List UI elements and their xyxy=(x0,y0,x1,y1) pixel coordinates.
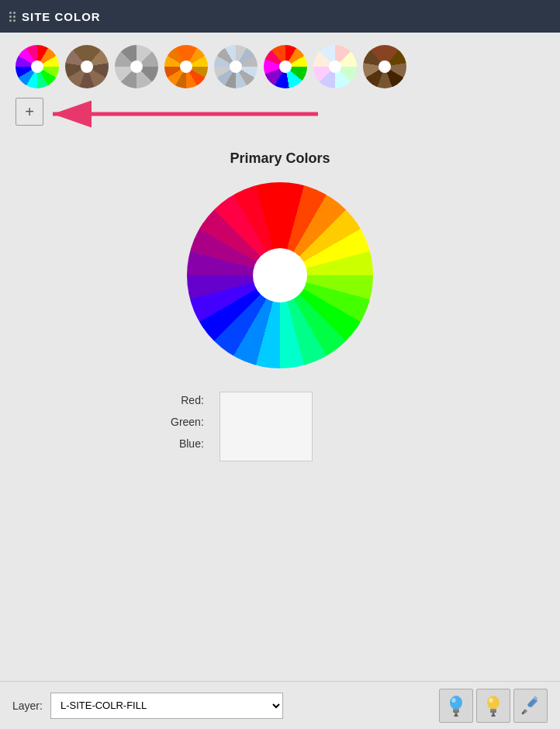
large-color-wheel[interactable] xyxy=(187,182,373,368)
yellow-lamp-icon xyxy=(483,694,503,717)
palette-wheel-3[interactable] xyxy=(115,45,158,88)
main-content: + Primary Colors Red: Green: Blue: xyxy=(0,33,560,729)
red-label: Red: xyxy=(171,392,204,409)
svg-point-3 xyxy=(452,698,456,703)
blue-lamp-button[interactable] xyxy=(439,689,473,723)
palette-row xyxy=(16,45,406,88)
eyedropper-icon xyxy=(520,695,541,717)
blue-lamp-icon xyxy=(446,694,466,717)
drag-handle[interactable] xyxy=(9,12,16,22)
svg-point-9 xyxy=(489,698,493,703)
layer-select[interactable]: L-SITE-COLR-FILL L-SITE-COLR-HATCH L-SIT… xyxy=(50,693,283,719)
tool-buttons xyxy=(439,689,548,723)
palette-wheel-4[interactable] xyxy=(164,45,208,88)
yellow-lamp-button[interactable] xyxy=(476,689,510,723)
palette-wheel-5[interactable] xyxy=(214,45,258,88)
color-wheel-section: Primary Colors xyxy=(16,150,544,368)
palette-wheel-6[interactable] xyxy=(264,45,307,88)
svg-point-13 xyxy=(491,715,496,717)
palette-wheel-1[interactable] xyxy=(16,45,59,88)
bottom-bar: Layer: L-SITE-COLR-FILL L-SITE-COLR-HATC… xyxy=(0,681,560,729)
eyedropper-button[interactable] xyxy=(513,689,548,723)
green-label: Green: xyxy=(171,413,204,430)
wheel-title: Primary Colors xyxy=(230,150,330,167)
panel-title: SITE COLOR xyxy=(22,10,101,23)
palette-wheel-2[interactable] xyxy=(65,45,109,88)
svg-point-8 xyxy=(487,696,500,710)
rgb-labels: Red: Green: Blue: xyxy=(171,392,204,452)
palette-wheel-7[interactable] xyxy=(313,45,357,88)
svg-rect-5 xyxy=(453,710,459,713)
svg-point-7 xyxy=(454,715,458,717)
svg-rect-11 xyxy=(490,710,496,713)
svg-point-2 xyxy=(450,696,462,710)
arrow-indicator xyxy=(39,95,334,133)
blue-label: Blue: xyxy=(171,435,204,452)
color-preview xyxy=(220,392,313,461)
palette-wheel-8[interactable] xyxy=(363,45,406,88)
wheel-center-circle xyxy=(253,248,307,302)
layer-label: Layer: xyxy=(12,700,43,712)
rgb-section: Red: Green: Blue: xyxy=(171,392,313,461)
panel-header: SITE COLOR xyxy=(0,0,560,33)
